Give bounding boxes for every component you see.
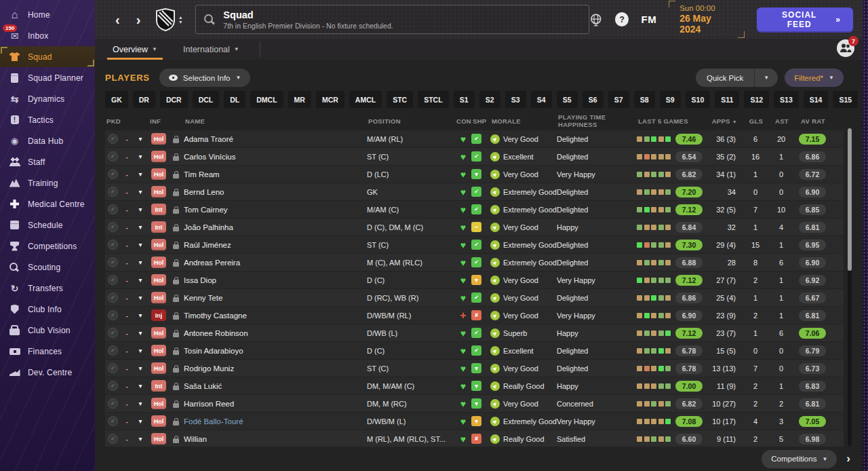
table-row[interactable]: ✔ - ▾ Hol Willian M (RL), AM (RLC), ST..… — [105, 430, 844, 447]
sidebar-item[interactable]: Scouting — [0, 257, 95, 278]
club-badge-group[interactable]: ▴▾ — [155, 8, 182, 31]
info-badge[interactable]: Hol — [151, 186, 166, 197]
col-header-name[interactable]: NAME — [184, 117, 367, 125]
nav-back-icon[interactable]: ‹ — [107, 13, 128, 26]
position-filter-button[interactable]: S3 — [505, 91, 526, 108]
col-header-inf[interactable]: INF — [149, 117, 184, 125]
info-badge[interactable]: Int — [151, 204, 166, 215]
sidebar-item[interactable]: Club Vision — [0, 320, 95, 341]
position-filter-button[interactable]: S10 — [686, 91, 711, 108]
position-filter-button[interactable]: MCR — [316, 91, 344, 108]
table-row[interactable]: ✔ - ▾ Hol Raúl Jiménez ST (C) ▶ Extremel… — [105, 236, 844, 253]
tab-international[interactable]: International ▼ — [178, 39, 245, 60]
player-name[interactable]: Antonee Robinson — [184, 329, 367, 337]
search-title-box[interactable]: Squad 7th in English Premier Division - … — [195, 5, 589, 34]
table-row[interactable]: ✔ - ▾ Hol Antonee Robinson D/WB (L) ▶ Su… — [105, 324, 844, 341]
row-chevron-down-icon[interactable]: ▾ — [132, 312, 149, 319]
info-badge[interactable]: Hol — [151, 362, 166, 374]
player-name[interactable]: Saša Lukić — [184, 382, 367, 390]
row-checkbox[interactable]: ✔ — [108, 398, 118, 409]
position-filter-button[interactable]: S1 — [454, 91, 475, 108]
sidebar-item[interactable]: Finances — [0, 341, 95, 362]
row-checkbox[interactable]: ✔ — [108, 363, 118, 373]
info-badge[interactable]: Hol — [151, 239, 166, 250]
row-checkbox[interactable]: ✔ — [108, 328, 118, 338]
position-filter-button[interactable]: DCR — [160, 91, 188, 108]
col-header-con[interactable]: CON — [455, 117, 471, 125]
sidebar-item[interactable]: Squad Planner — [0, 67, 95, 88]
row-chevron-down-icon[interactable]: ▾ — [132, 170, 149, 178]
sidebar-item[interactable]: Dynamics — [0, 88, 95, 109]
sidebar-item[interactable]: Dev. Centre — [0, 362, 95, 383]
competitions-dropdown[interactable]: Competitions ▼ — [762, 450, 837, 468]
info-badge[interactable]: Int — [151, 221, 166, 233]
row-checkbox[interactable]: ✔ — [108, 275, 118, 285]
player-name[interactable]: Fodé Ballo-Touré — [184, 417, 367, 426]
filtered-dropdown[interactable]: Filtered* ▼ — [785, 69, 844, 87]
position-filter-button[interactable]: DCL — [193, 91, 220, 108]
player-name[interactable]: Timothy Castagne — [184, 312, 367, 320]
sidebar-item[interactable]: Training — [0, 172, 95, 193]
table-row[interactable]: ✔ - ▾ Hol Tim Ream D (LC) ▶ Very Good — [105, 166, 844, 183]
nav-forward-icon[interactable]: › — [128, 13, 149, 26]
sidebar-item[interactable]: Club Info — [0, 299, 95, 320]
row-checkbox[interactable]: ✔ — [108, 381, 118, 391]
vertical-scrollbar[interactable] — [848, 128, 852, 446]
sidebar-item[interactable]: Inbox 150 — [0, 25, 95, 46]
row-chevron-down-icon[interactable]: ▾ — [132, 223, 149, 231]
row-chevron-down-icon[interactable]: ▾ — [132, 347, 149, 354]
player-name[interactable]: Rodrigo Muniz — [184, 364, 367, 373]
position-filter-button[interactable]: S13 — [774, 91, 799, 108]
position-filter-button[interactable]: MR — [288, 91, 311, 108]
position-filter-button[interactable]: S7 — [608, 91, 629, 108]
player-name[interactable]: Kenny Tete — [184, 294, 367, 302]
sidebar-item[interactable]: Medical Centre — [0, 193, 95, 214]
row-checkbox[interactable]: ✔ — [108, 240, 118, 250]
table-row[interactable]: ✔ - ▾ Int João Palhinha D (C), DM, M (C)… — [105, 219, 844, 236]
next-panel-chevron-icon[interactable]: › — [846, 452, 850, 466]
player-name[interactable]: Raúl Jiménez — [184, 241, 367, 249]
row-chevron-down-icon[interactable]: ▾ — [132, 241, 149, 248]
quick-pick-dropdown[interactable]: ▼ — [754, 69, 778, 87]
row-checkbox[interactable]: ✔ — [108, 204, 118, 214]
table-row[interactable]: ✔ - ▾ Int Tom Cairney M/AM (C) ▶ Extreme… — [105, 201, 844, 218]
row-chevron-down-icon[interactable]: ▾ — [132, 276, 149, 284]
position-filter-button[interactable]: S2 — [479, 91, 500, 108]
player-name[interactable]: Adama Traoré — [184, 135, 367, 143]
position-filter-button[interactable]: S6 — [583, 91, 604, 108]
manager-avatar[interactable]: 7 — [837, 39, 854, 57]
col-header-last5[interactable]: LAST 5 GAMES — [637, 117, 705, 125]
table-row[interactable]: ✔ - ▾ Hol Adama Traoré M/AM (RL) ▶ Very … — [105, 130, 844, 147]
table-row[interactable]: ✔ - ▾ Hol Rodrigo Muniz ST (C) ▶ Very Go… — [105, 360, 844, 377]
row-checkbox[interactable]: ✔ — [108, 434, 118, 444]
sidebar-item[interactable]: Home — [0, 4, 95, 25]
row-chevron-down-icon[interactable]: ▾ — [132, 188, 149, 195]
player-name[interactable]: Carlos Vinícius — [184, 153, 367, 161]
player-name[interactable]: Tosin Adarabioyo — [184, 347, 367, 355]
sidebar-item[interactable]: Squad — [0, 46, 95, 67]
row-chevron-down-icon[interactable]: ▾ — [132, 364, 149, 372]
player-name[interactable]: João Palhinha — [184, 223, 367, 231]
player-name[interactable]: Andreas Pereira — [184, 259, 367, 267]
row-chevron-down-icon[interactable]: ▾ — [132, 135, 149, 143]
row-chevron-down-icon[interactable]: ▾ — [132, 400, 149, 407]
help-icon[interactable]: ? — [615, 12, 629, 26]
info-badge[interactable]: Hol — [151, 292, 166, 303]
position-filter-button[interactable]: S9 — [660, 91, 681, 108]
col-header-gls[interactable]: GLS — [743, 117, 768, 125]
row-chevron-down-icon[interactable]: ▾ — [132, 259, 149, 266]
position-filter-button[interactable]: DL — [224, 91, 245, 108]
row-checkbox[interactable]: ✔ — [108, 293, 118, 303]
tab-overview[interactable]: Overview ▼ — [107, 39, 163, 60]
table-row[interactable]: ✔ - ▾ Hol Andreas Pereira M (C), AM (RLC… — [105, 254, 844, 271]
player-name[interactable]: Willian — [184, 435, 367, 443]
player-name[interactable]: Bernd Leno — [184, 188, 367, 196]
selection-info-dropdown[interactable]: Selection Info ▼ — [159, 69, 251, 87]
table-row[interactable]: ✔ - ▾ Hol Harrison Reed DM, M (RC) ▶ Ver… — [105, 395, 844, 412]
row-checkbox[interactable]: ✔ — [108, 310, 118, 320]
table-row[interactable]: ✔ - ▾ Hol Bernd Leno GK ▶ Extremely Good — [105, 183, 844, 200]
row-checkbox[interactable]: ✔ — [108, 345, 118, 356]
row-checkbox[interactable]: ✔ — [108, 169, 118, 179]
player-name[interactable]: Issa Diop — [184, 276, 367, 284]
row-chevron-down-icon[interactable]: ▾ — [132, 382, 149, 390]
